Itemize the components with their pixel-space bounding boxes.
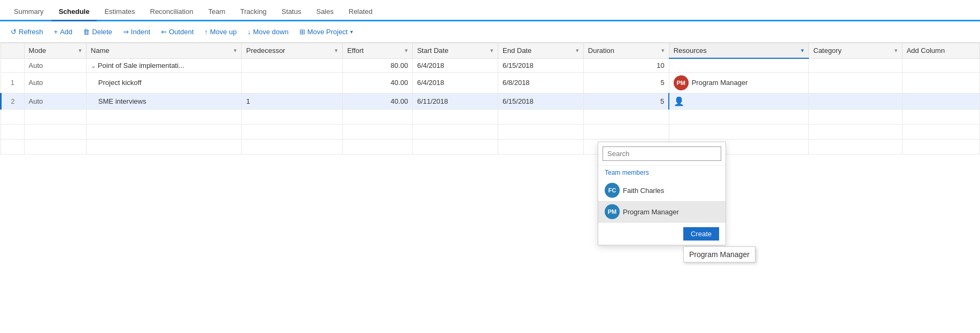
row-number: 2 — [1, 93, 25, 109]
empty-row — [1, 109, 980, 124]
duration-cell: 5 — [583, 93, 669, 109]
end-date-cell: 6/15/2018 — [498, 58, 584, 72]
col-header-addColumn[interactable]: Add Column — [902, 43, 979, 59]
delete-button[interactable]: 🗑Delete — [79, 26, 117, 38]
filter-icon-mode[interactable]: ▾ — [79, 47, 82, 54]
start-date-cell: 6/4/2018 — [413, 72, 498, 93]
filter-icon-predecessor[interactable]: ▾ — [335, 47, 338, 54]
nav-tab-status[interactable]: Status — [274, 3, 309, 21]
nav-tab-related[interactable]: Related — [341, 3, 380, 21]
resource-avatar: PM — [674, 75, 689, 90]
col-header-category[interactable]: Category▾ — [809, 43, 902, 59]
top-nav: SummaryScheduleEstimatesReconciliationTe… — [0, 0, 980, 21]
table-row[interactable]: 2AutoSME interviews140.006/11/20186/15/2… — [1, 93, 980, 109]
row-number — [1, 58, 25, 72]
dropdown-items-list: FC Faith Charles PM Program Manager — [598, 180, 726, 222]
expand-chevron-icon[interactable]: ⌄ — [91, 63, 96, 69]
move-down-icon: ↓ — [248, 28, 251, 36]
row-number: 1 — [1, 72, 25, 93]
resource-dropdown: Team members FC Faith Charles PM Program… — [598, 142, 726, 245]
mode-cell: Auto — [24, 58, 86, 72]
indent-icon: ⇒ — [123, 28, 129, 36]
empty-row — [1, 124, 980, 139]
name-cell: Project kickoff — [86, 72, 242, 93]
dropdown-footer: Create — [598, 222, 726, 245]
dropdown-item[interactable]: FC Faith Charles — [598, 180, 726, 201]
col-header-mode[interactable]: Mode▾ — [24, 43, 86, 59]
col-header-duration[interactable]: Duration▾ — [583, 43, 669, 59]
filter-icon-resources[interactable]: ▾ — [801, 47, 804, 54]
toolbar: ↺Refresh+Add🗑Delete⇒Indent⇐Outdent↑Move … — [0, 21, 980, 43]
create-button[interactable]: Create — [683, 227, 719, 241]
dropdown-avatar: FC — [605, 183, 620, 198]
filter-icon-name[interactable]: ▾ — [234, 47, 237, 54]
resource-name: Program Manager — [692, 79, 748, 87]
add-column-cell — [902, 58, 979, 72]
nav-tab-team[interactable]: Team — [200, 3, 233, 21]
resources-cell[interactable] — [669, 58, 809, 72]
col-header-resources[interactable]: Resources▾ — [669, 43, 809, 59]
effort-cell: 80.00 — [343, 58, 413, 72]
move-project-button[interactable]: ⊞Move Project▾ — [295, 26, 357, 38]
resources-cell[interactable]: PMProgram Manager — [669, 72, 809, 93]
filter-icon-endDate[interactable]: ▾ — [576, 47, 579, 54]
table-row[interactable]: 1AutoProject kickoff40.006/4/20186/8/201… — [1, 72, 980, 93]
outdent-icon: ⇐ — [161, 28, 167, 36]
dropdown-search-area — [598, 142, 726, 166]
indent-button[interactable]: ⇒Indent — [119, 26, 155, 38]
dropdown-avatar: PM — [605, 204, 620, 219]
dropdown-item-name: Faith Charles — [623, 187, 664, 195]
nav-tab-summary[interactable]: Summary — [6, 3, 51, 21]
add-icon: + — [54, 28, 58, 36]
predecessor-cell — [242, 72, 343, 93]
name-cell: ⌄Point of Sale implementati... — [86, 58, 242, 72]
duration-cell: 10 — [583, 58, 669, 72]
predecessor-cell — [242, 58, 343, 72]
filter-icon-effort[interactable]: ▾ — [405, 47, 408, 54]
move-up-button[interactable]: ↑Move up — [200, 26, 241, 38]
delete-icon: 🗑 — [83, 28, 90, 36]
add-column-cell — [902, 93, 979, 109]
move-up-icon: ↑ — [204, 28, 208, 36]
schedule-table: Mode▾Name▾Predecessor▾Effort▾Start Date▾… — [0, 43, 980, 154]
table-row[interactable]: Auto⌄Point of Sale implementati...80.006… — [1, 58, 980, 72]
col-header-name[interactable]: Name▾ — [86, 43, 242, 59]
refresh-icon: ↺ — [11, 28, 17, 36]
filter-icon-startDate[interactable]: ▾ — [490, 47, 493, 54]
refresh-button[interactable]: ↺Refresh — [6, 26, 48, 38]
category-cell — [809, 58, 902, 72]
resource-search-input[interactable] — [603, 146, 721, 161]
grid-container: Mode▾Name▾Predecessor▾Effort▾Start Date▾… — [0, 43, 980, 333]
end-date-cell: 6/15/2018 — [498, 93, 584, 109]
move-project-icon: ⊞ — [299, 28, 305, 36]
col-header-startDate[interactable]: Start Date▾ — [413, 43, 498, 59]
add-column-cell — [902, 72, 979, 93]
nav-tab-estimates[interactable]: Estimates — [97, 3, 142, 21]
team-members-label: Team members — [598, 166, 726, 180]
nav-tab-schedule[interactable]: Schedule — [51, 3, 97, 21]
dropdown-item[interactable]: PM Program Manager — [598, 201, 726, 222]
col-header-rownum — [1, 43, 25, 59]
duration-cell: 5 — [583, 72, 669, 93]
resources-cell[interactable]: 👤 — [669, 93, 809, 109]
col-header-effort[interactable]: Effort▾ — [343, 43, 413, 59]
predecessor-cell: 1 — [242, 93, 343, 109]
nav-tab-reconciliation[interactable]: Reconciliation — [143, 3, 201, 21]
start-date-cell: 6/11/2018 — [413, 93, 498, 109]
outdent-button[interactable]: ⇐Outdent — [157, 26, 198, 38]
col-header-endDate[interactable]: End Date▾ — [498, 43, 584, 59]
move-down-button[interactable]: ↓Move down — [243, 26, 293, 38]
nav-tab-tracking[interactable]: Tracking — [233, 3, 274, 21]
add-resource-icon[interactable]: 👤 — [674, 96, 684, 106]
tooltip-bubble: Program Manager — [683, 246, 755, 262]
name-cell: SME interviews — [86, 93, 242, 109]
nav-tab-sales[interactable]: Sales — [308, 3, 341, 21]
add-button[interactable]: +Add — [50, 26, 77, 38]
start-date-cell: 6/4/2018 — [413, 58, 498, 72]
col-header-predecessor[interactable]: Predecessor▾ — [242, 43, 343, 59]
effort-cell: 40.00 — [343, 93, 413, 109]
category-cell — [809, 72, 902, 93]
filter-icon-category[interactable]: ▾ — [894, 47, 898, 54]
end-date-cell: 6/8/2018 — [498, 72, 584, 93]
filter-icon-duration[interactable]: ▾ — [661, 47, 665, 54]
